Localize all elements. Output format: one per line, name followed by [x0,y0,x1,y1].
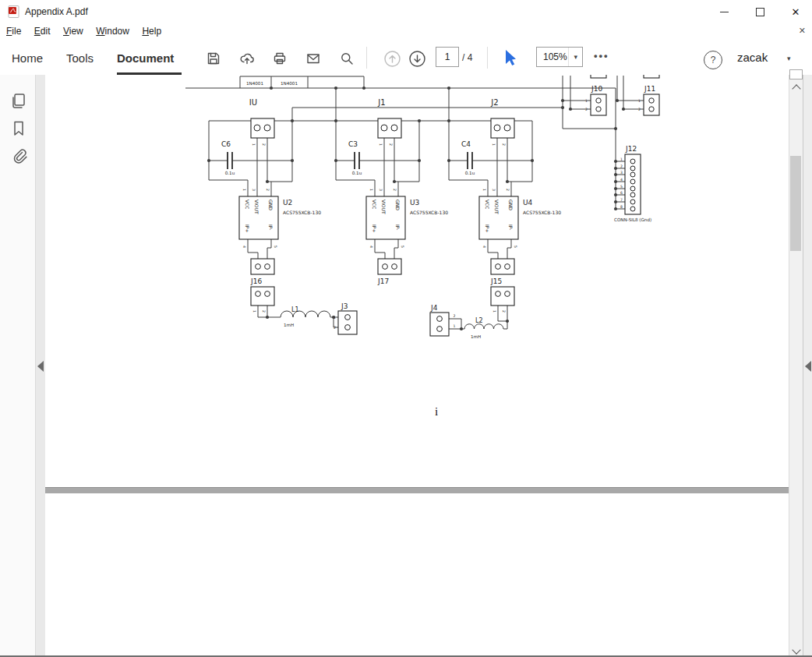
pin-name: GND [508,200,514,210]
left-panel-bar [0,75,36,655]
pin-num: 2 [454,314,456,318]
pdf-page-2: A.3PCB Layout of Submodule [45,493,789,655]
ic-ref: U4 [523,199,533,207]
connector-ref: J16 [250,277,262,285]
pages-icon [9,92,28,111]
search-icon [339,51,355,66]
page-thumbnails-button[interactable] [9,92,28,111]
select-tool-button[interactable] [503,49,517,68]
inductor-value: 1mH [284,323,294,327]
connector-ref: J10 [591,85,602,93]
arrow-up-circle-icon [383,50,401,68]
pin-num: 4 [369,245,373,248]
scrollbar-top-box [789,69,803,79]
inductor-value: 1mH [471,334,481,339]
pin-num: 2 [334,326,336,330]
cursor-arrow-icon [506,50,516,65]
help-button[interactable]: ? [704,51,722,69]
connector-ref: J1 [377,98,385,107]
pin-num: 1 [369,189,373,191]
arrow-down-circle-icon [408,50,426,68]
close-document-icon[interactable]: ✕ [799,26,806,36]
share-button[interactable] [239,51,255,66]
cap-value: 0.1u [465,171,475,175]
menu-window[interactable]: Window [96,26,129,37]
collapse-left-panel-icon[interactable] [37,361,44,372]
tab-home[interactable]: Home [12,51,43,65]
paperclip-icon [9,147,28,165]
save-button[interactable] [206,51,221,66]
pin-num: 2 [620,164,623,168]
print-button[interactable] [272,51,288,66]
scroll-down-icon[interactable] [792,645,800,654]
schematic-drawing: 1N4001 1N4001 IU J1 J2 C6 0.1u C3 0.1u C… [45,75,789,487]
pin-num: 2 [585,108,588,111]
maximize-button[interactable] [743,0,777,23]
tab-tools[interactable]: Tools [66,51,94,65]
pin-num: 2 [393,189,397,191]
scrollbar-thumb[interactable] [790,156,801,251]
pin-name: VCC [372,200,377,209]
attachments-button[interactable] [9,147,28,165]
chevron-down-icon[interactable]: ▾ [787,55,791,62]
pdf-file-icon [8,5,20,18]
menu-edit[interactable]: Edit [34,26,51,37]
pin-num: 5 [274,245,277,248]
menu-help[interactable]: Help [142,26,161,37]
zoom-dropdown[interactable]: 105% ▾ [536,47,583,67]
ic-part: ACS755XCB-130 [523,210,561,215]
pin-num: 1 [620,157,623,161]
pin-num: 5 [514,245,517,248]
ic-ref: U3 [410,199,419,207]
zoom-value: 105% [537,51,568,62]
pin-num: 1 [482,189,486,191]
app-window: Appendix A.pdf ✕ File Edit View Window H… [0,0,812,657]
pin-num: 2 [502,310,506,313]
collapse-right-panel-icon[interactable] [805,361,811,372]
pin-name: IP+ [372,224,377,232]
pin-name: IP- [395,224,401,230]
pin-num: 3 [252,189,256,191]
email-button[interactable] [305,51,321,66]
bookmarks-button[interactable] [9,119,28,138]
pin-num: 1 [492,310,496,313]
pin-num: 3 [620,171,623,175]
connector-caption: CONN-SIL8 (Gnd) [614,217,651,222]
pin-name: GND [395,200,401,210]
window-title: Appendix A.pdf [25,6,88,17]
pin-num: 1 [334,316,336,320]
more-tools-button[interactable]: ••• [594,50,609,62]
pin-num: 2 [262,310,266,313]
user-menu[interactable]: zacak [737,51,768,64]
pin-num: 1 [379,143,383,146]
page-number-input[interactable] [436,47,459,67]
next-page-button[interactable] [408,50,426,68]
scroll-up-icon[interactable] [792,84,800,93]
save-icon [206,51,221,66]
printer-icon [272,51,288,66]
question-icon: ? [711,55,716,65]
pin-num: 5 [401,245,404,248]
close-button[interactable]: ✕ [778,0,812,23]
pin-num: 6 [620,191,623,195]
page-total-label: / 4 [462,52,472,63]
pin-num: 4 [482,245,486,248]
toolbar-separator [487,47,488,69]
pin-name: IP+ [245,224,250,232]
close-icon: ✕ [792,7,800,17]
pin-name: VCC [245,200,250,209]
left-panel-gutter [36,75,45,655]
connector-ref: J17 [377,277,389,285]
minimize-button[interactable] [707,0,741,23]
cap-ref: C3 [348,140,358,148]
search-button[interactable] [339,51,355,66]
cap-value: 0.1u [352,171,362,175]
menu-view[interactable]: View [63,26,83,37]
previous-page-button[interactable] [383,50,401,68]
tab-document[interactable]: Document [117,51,174,65]
menu-file[interactable]: File [6,26,21,37]
menu-bar: File Edit View Window Help ✕ [0,23,812,41]
chevron-down-icon: ▾ [568,48,582,66]
pin-num: 2 [638,108,641,111]
right-panel-strip [803,75,812,655]
